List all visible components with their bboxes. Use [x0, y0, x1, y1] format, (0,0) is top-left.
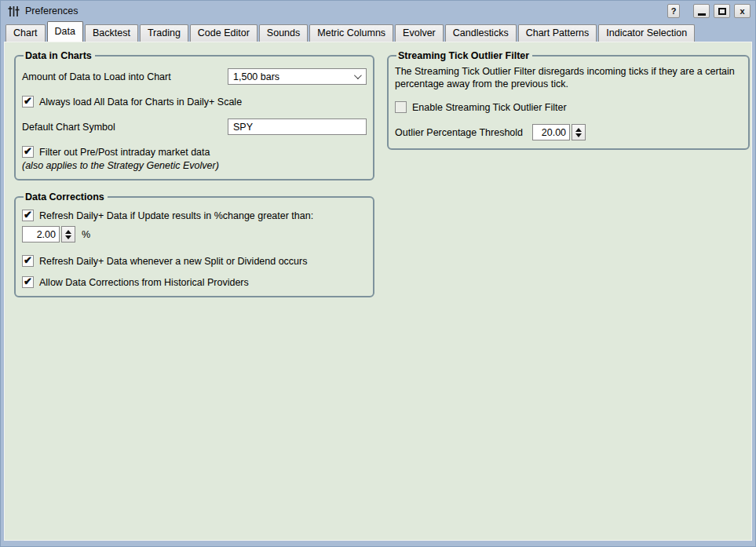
minimize-icon: [698, 13, 706, 16]
default-symbol-input[interactable]: [228, 119, 367, 135]
tab-content-data: Data in Charts Amount of Data to Load in…: [4, 42, 752, 541]
tab-strip: Chart Data Backtest Trading Code Editor …: [1, 21, 755, 42]
window-title: Preferences: [25, 5, 78, 16]
refresh-split-label: Refresh Daily+ Data whenever a new Split…: [39, 256, 307, 267]
minimize-button[interactable]: [693, 4, 710, 18]
refresh-pct-checkbox[interactable]: [22, 210, 34, 221]
tab-chart-patterns[interactable]: Chart Patterns: [518, 24, 597, 42]
always-load-label: Always load All Data for Charts in Daily…: [39, 97, 242, 108]
threshold-row: Outlier Percentage Threshold: [395, 124, 742, 140]
group-streaming-filter: Streaming Tick Outlier Filter The Stream…: [387, 50, 750, 150]
streaming-filter-description: The Streaming Tick Outlier Filter disreg…: [395, 65, 740, 90]
help-button[interactable]: ?: [667, 4, 680, 18]
maximize-icon: [718, 8, 726, 15]
default-symbol-label: Default Chart Symbol: [22, 122, 115, 133]
group-data-corrections: Data Corrections Refresh Daily+ Data if …: [14, 191, 374, 297]
tab-data[interactable]: Data: [47, 21, 83, 42]
tab-metric-columns[interactable]: Metric Columns: [309, 24, 393, 42]
refresh-pct-value-row: %: [22, 226, 367, 243]
enable-streaming-checkbox[interactable]: [395, 101, 407, 113]
threshold-spinner: [532, 124, 586, 140]
left-column: Data in Charts Amount of Data to Load in…: [14, 50, 374, 297]
always-load-row: Always load All Data for Charts in Daily…: [22, 96, 367, 108]
refresh-pct-input[interactable]: [22, 226, 60, 243]
threshold-label: Outlier Percentage Threshold: [395, 127, 523, 138]
refresh-pct-spin-buttons[interactable]: [61, 226, 75, 243]
tab-trading[interactable]: Trading: [140, 24, 188, 42]
tab-indicator-selection[interactable]: Indicator Selection: [598, 24, 695, 42]
amount-of-data-label: Amount of Data to Load into Chart: [22, 71, 171, 82]
help-icon: ?: [671, 6, 677, 16]
allow-corrections-checkbox[interactable]: [22, 276, 34, 288]
filter-prepost-checkbox[interactable]: [22, 146, 34, 158]
tab-candlesticks[interactable]: Candlesticks: [445, 24, 517, 42]
amount-of-data-row: Amount of Data to Load into Chart 1,500 …: [22, 68, 367, 85]
maximize-button[interactable]: [714, 4, 730, 18]
spin-up-icon: [65, 230, 71, 234]
refresh-split-checkbox[interactable]: [22, 255, 34, 267]
close-button[interactable]: x: [734, 4, 751, 18]
filter-prepost-row: Filter out Pre/Post intraday market data: [22, 146, 367, 158]
sliders-icon: [8, 5, 20, 17]
refresh-split-row: Refresh Daily+ Data whenever a new Split…: [22, 255, 367, 267]
group-title-data-in-charts: Data in Charts: [24, 50, 95, 61]
threshold-input[interactable]: [532, 124, 570, 140]
amount-of-data-value: 1,500 bars: [233, 71, 279, 82]
threshold-spin-buttons[interactable]: [572, 124, 586, 140]
tab-sounds[interactable]: Sounds: [259, 24, 308, 42]
tab-chart[interactable]: Chart: [5, 24, 46, 42]
refresh-pct-label: Refresh Daily+ Data if Update results in…: [39, 210, 313, 221]
refresh-pct-spinner: [22, 226, 75, 243]
spin-down-icon: [575, 133, 582, 137]
default-symbol-row: Default Chart Symbol: [22, 119, 367, 135]
always-load-checkbox[interactable]: [22, 96, 34, 108]
filter-prepost-label: Filter out Pre/Post intraday market data: [39, 147, 210, 158]
group-data-in-charts: Data in Charts Amount of Data to Load in…: [14, 50, 374, 181]
enable-streaming-row: Enable Streaming Tick Outlier Filter: [395, 101, 742, 113]
spin-up-icon: [575, 128, 582, 132]
allow-corrections-label: Allow Data Corrections from Historical P…: [39, 277, 249, 288]
tab-evolver[interactable]: Evolver: [395, 24, 444, 42]
chevron-down-icon: [354, 71, 362, 79]
titlebar: Preferences ? x: [1, 1, 755, 21]
refresh-pct-row: Refresh Daily+ Data if Update results in…: [22, 210, 367, 221]
allow-corrections-row: Allow Data Corrections from Historical P…: [22, 276, 367, 288]
preferences-window: Preferences ? x Chart Data Backtest Trad…: [0, 0, 756, 547]
right-column: Streaming Tick Outlier Filter The Stream…: [387, 50, 750, 150]
tab-backtest[interactable]: Backtest: [85, 24, 138, 42]
close-icon: x: [740, 6, 744, 16]
filter-prepost-note: (also applies to the Strategy Genetic Ev…: [22, 160, 367, 171]
enable-streaming-label: Enable Streaming Tick Outlier Filter: [412, 102, 567, 113]
tab-code-editor[interactable]: Code Editor: [190, 24, 257, 42]
spin-down-icon: [65, 235, 71, 239]
amount-of-data-select[interactable]: 1,500 bars: [228, 68, 367, 85]
refresh-pct-unit: %: [82, 229, 90, 240]
group-title-data-corrections: Data Corrections: [24, 191, 108, 202]
group-title-streaming-filter: Streaming Tick Outlier Filter: [396, 50, 532, 61]
